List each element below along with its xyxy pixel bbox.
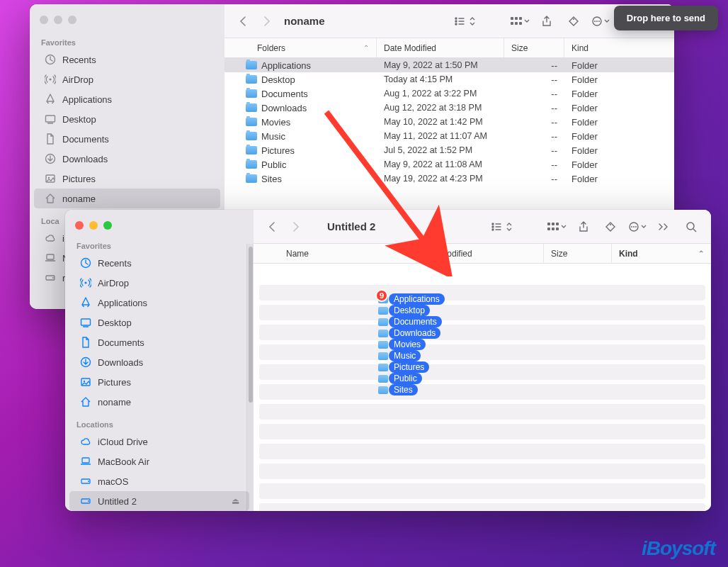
drag-item: Documents (378, 316, 445, 327)
column-size[interactable]: Size (504, 38, 564, 57)
column-size[interactable]: Size (544, 244, 612, 263)
sidebar-item-mac[interactable]: MacBook Air (69, 451, 249, 471)
column-kind[interactable]: Kind⌃ (612, 244, 711, 263)
drag-item: Music (378, 350, 445, 361)
apps-icon (79, 296, 92, 309)
sidebar-item-label: noname (62, 193, 96, 204)
view-list-button[interactable] (453, 12, 476, 30)
svg-point-35 (84, 381, 85, 382)
folder-icon (378, 341, 388, 349)
group-button[interactable] (545, 218, 568, 236)
file-row[interactable]: PicturesJul 5, 2022 at 1:52 PM--Folder (224, 143, 674, 157)
sidebar-item-noname[interactable]: noname (69, 392, 249, 412)
svg-point-12 (455, 21, 457, 22)
file-kind: Folder (564, 131, 674, 142)
sidebar-item-applications[interactable]: Applications (34, 89, 220, 109)
drag-count-badge: 9 (375, 289, 388, 302)
eject-icon[interactable]: ⏏ (232, 496, 239, 506)
column-headers[interactable]: Name te Modified Size Kind⌃ (254, 244, 711, 264)
action-button[interactable] (626, 218, 649, 236)
folder-icon (246, 61, 257, 69)
file-name: Music (261, 131, 285, 142)
share-button[interactable] (535, 12, 558, 30)
search-button[interactable] (680, 218, 703, 236)
svg-point-9 (52, 277, 54, 279)
close-button[interactable] (75, 221, 84, 230)
sidebar-item-untitled2[interactable]: Untitled 2⏏ (69, 491, 249, 511)
svg-rect-17 (515, 17, 518, 20)
overflow-button[interactable] (653, 218, 676, 236)
sidebar-item-applications[interactable]: Applications (69, 293, 249, 313)
share-button[interactable] (572, 218, 595, 236)
folder-icon (378, 375, 388, 383)
traffic-lights[interactable] (30, 10, 224, 30)
svg-point-43 (492, 226, 494, 228)
empty-row (259, 344, 705, 360)
empty-row (259, 364, 705, 380)
drop-area[interactable] (254, 264, 711, 511)
sidebar-item-airdrop[interactable]: AirDrop (34, 69, 220, 89)
column-date[interactable]: Date Modified (377, 38, 504, 57)
back-button[interactable] (233, 12, 253, 30)
view-list-button[interactable] (490, 218, 513, 236)
svg-rect-48 (552, 223, 554, 225)
file-name: Pictures (261, 145, 295, 156)
forward-button[interactable] (257, 12, 277, 30)
column-kind[interactable]: Kind (564, 38, 674, 57)
file-row[interactable]: DownloadsAug 12, 2022 at 3:18 PM--Folder (224, 101, 674, 115)
file-row[interactable]: ApplicationsMay 9, 2022 at 1:50 PM--Fold… (224, 58, 674, 72)
sidebar-item-documents[interactable]: Documents (69, 332, 249, 352)
antenna-icon (44, 73, 57, 86)
sidebar-item-desktop[interactable]: Desktop (69, 313, 249, 332)
group-button[interactable] (508, 12, 531, 30)
clock-icon (79, 257, 92, 269)
sidebar-item-desktop[interactable]: Desktop (34, 109, 220, 129)
window-title: Untitled 2 (327, 220, 375, 232)
sidebar-item-recents[interactable]: Recents (34, 50, 220, 69)
zoom-button[interactable] (103, 221, 112, 230)
sidebar-item-pictures[interactable]: Pictures (34, 169, 220, 189)
file-row[interactable]: SitesMay 19, 2022 at 4:23 PM--Folder (224, 172, 674, 186)
column-headers[interactable]: Folders⌃ Date Modified Size Kind (224, 38, 674, 58)
drag-item: Movies (378, 339, 445, 350)
drag-item-label: Documents (389, 316, 442, 327)
drag-item-label: Pictures (389, 361, 429, 373)
sidebar-item-macos[interactable]: macOS (69, 471, 249, 491)
file-row[interactable]: PublicMay 9, 2022 at 11:08 AM--Folder (224, 157, 674, 172)
column-name[interactable]: Name (254, 244, 423, 263)
tags-button[interactable] (599, 218, 622, 236)
file-row[interactable]: DocumentsAug 1, 2022 at 3:22 PM--Folder (224, 86, 674, 101)
back-button[interactable] (262, 218, 282, 236)
sidebar-item-label: Pictures (98, 377, 131, 388)
file-row[interactable]: MoviesMay 10, 2022 at 1:42 PM--Folder (224, 115, 674, 129)
svg-rect-19 (511, 22, 513, 25)
svg-point-57 (635, 226, 637, 228)
sidebar-item-noname[interactable]: noname (34, 189, 220, 208)
sidebar-item-label: macOS (98, 476, 128, 487)
action-button[interactable] (589, 12, 612, 30)
zoom-button[interactable] (68, 16, 76, 24)
sidebar-item-downloads[interactable]: Downloads (34, 149, 220, 169)
column-folders[interactable]: Folders⌃ (224, 38, 377, 57)
sidebar-item-icloud[interactable]: iCloud Drive (69, 432, 249, 451)
drag-item-label: Applications (389, 293, 445, 305)
minimize-button[interactable] (54, 16, 62, 24)
sidebar-item-documents[interactable]: Documents (34, 129, 220, 149)
cloud-icon (44, 232, 57, 245)
forward-button[interactable] (286, 218, 306, 236)
minimize-button[interactable] (89, 221, 98, 230)
close-button[interactable] (40, 16, 48, 24)
sidebar-item-label: noname (98, 397, 131, 408)
file-row[interactable]: MusicMay 11, 2022 at 11:07 AM--Folder (224, 129, 674, 143)
column-date[interactable]: te Modified (423, 244, 544, 263)
traffic-lights[interactable] (65, 215, 254, 233)
sidebar-item-airdrop[interactable]: AirDrop (69, 273, 249, 293)
sidebar-item-downloads[interactable]: Downloads (69, 352, 249, 372)
sidebar-item-recents[interactable]: Recents (69, 253, 249, 273)
file-row[interactable]: DesktopToday at 4:15 PM--Folder (224, 72, 674, 86)
tags-button[interactable] (562, 12, 585, 30)
sidebar-item-label: Desktop (62, 114, 96, 125)
sidebar-item-pictures[interactable]: Pictures (69, 372, 249, 392)
svg-rect-52 (556, 228, 559, 230)
sidebar-item-label: AirDrop (98, 278, 129, 288)
